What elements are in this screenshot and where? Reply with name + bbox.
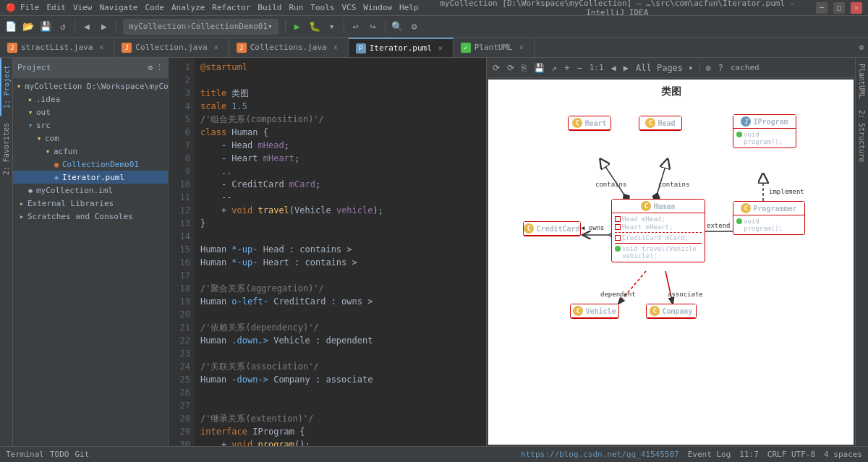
tab-collection-close[interactable]: × (211, 43, 221, 53)
tree-item-com[interactable]: ▾ com (13, 132, 168, 145)
run-config-button[interactable]: ▾ (324, 19, 340, 35)
tree-item-mycollection[interactable]: ▾ myCollection D:\Workspace\myColle (13, 80, 168, 93)
right-gutter: PlantUML 2: Structure (855, 58, 868, 446)
iprogram-header: I IProgram (733, 115, 796, 129)
menu-bar[interactable]: File Edit View Navigate Code Analyze Ref… (20, 3, 419, 12)
tree-item-acfun[interactable]: ▾ acfun (13, 145, 168, 158)
plantuml-sidebar-label[interactable]: PlantUML (856, 58, 867, 104)
settings-button[interactable]: ⚙ (407, 19, 422, 35)
tree-item-src[interactable]: ▾ src (13, 119, 168, 132)
event-log-button[interactable]: Event Log (688, 450, 731, 459)
terminal-button[interactable]: Terminal (6, 450, 44, 459)
close-button[interactable]: ✕ (851, 2, 862, 14)
build-button[interactable]: ▶ (289, 19, 305, 35)
diagram-help-button[interactable]: ? (715, 60, 726, 76)
tab-plantuml-close[interactable]: × (516, 43, 527, 53)
tab-collection[interactable]: J Collection.java × (114, 38, 229, 57)
tab-collections[interactable]: J Collections.java × (229, 38, 349, 57)
maximize-button[interactable]: □ (833, 2, 845, 14)
c-badge-vehicle: C (573, 306, 583, 316)
structure-sidebar-label[interactable]: 2: Structure (856, 104, 867, 168)
sync-button[interactable]: ↺ (55, 19, 71, 35)
code-editor[interactable]: @startuml title 类图 scale 1.5 /'组合关系(comp… (195, 58, 486, 446)
tab-stractlist-close[interactable]: × (96, 43, 106, 53)
project-tree: ▾ myCollection D:\Workspace\myColle ▸ .i… (13, 78, 168, 446)
tree-item-idea[interactable]: ▸ .idea (13, 93, 168, 106)
zoom-out-button[interactable]: − (574, 60, 584, 76)
puml-icon: P (356, 43, 366, 54)
minimize-button[interactable]: ─ (816, 2, 827, 14)
editor[interactable]: 12345 678910 1112131415 1617181920 21222… (169, 58, 486, 446)
todo-button[interactable]: TODO (50, 450, 69, 459)
extend-label: extend (707, 222, 731, 229)
new-file-button[interactable]: 📄 (3, 19, 19, 35)
editor-area: 12345 678910 1112131415 1617181920 21222… (169, 58, 486, 446)
red-sq-icon-3 (615, 235, 621, 241)
menu-navigate[interactable]: Navigate (100, 3, 138, 12)
tab-plantuml-label: PlantUML (475, 43, 513, 52)
all-pages-button[interactable]: All Pages ▾ (633, 60, 696, 76)
save-diagram-button[interactable]: 💾 (531, 60, 548, 76)
copy-button[interactable]: ⎘ (519, 60, 529, 76)
contains-label-left: contains (595, 181, 626, 188)
tree-item-external-libs[interactable]: ▸ External Libraries (13, 197, 168, 210)
project-gear-icon[interactable]: ⋮ (156, 63, 163, 72)
refresh-button[interactable]: ⟳ (490, 60, 503, 76)
save-all-button[interactable]: 💾 (38, 19, 54, 35)
project-settings-icon[interactable]: ⚙ (148, 63, 153, 72)
back-button[interactable]: ◀ (79, 19, 95, 35)
menu-help[interactable]: Help (399, 3, 419, 12)
prev-page-button[interactable]: ◀ (608, 60, 619, 76)
tab-iterator-puml[interactable]: P Iterator.puml × (349, 38, 454, 57)
tree-item-scratches[interactable]: ▸ Scratches and Consoles (13, 210, 168, 223)
forward-button[interactable]: ▶ (96, 19, 112, 35)
c-badge-creditcard: C (524, 223, 534, 234)
tab-plantuml[interactable]: ✓ PlantUML × (454, 38, 535, 57)
open-button[interactable]: 📂 (20, 19, 36, 35)
tree-item-iml[interactable]: ◆ myCollection.iml (13, 184, 168, 197)
tab-stractlist[interactable]: J stractList.java × (0, 38, 114, 57)
menu-file[interactable]: File (20, 3, 40, 12)
green-dot-icon-travel (615, 246, 621, 252)
menu-refactor[interactable]: Refactor (212, 3, 250, 12)
menu-code[interactable]: Code (145, 3, 164, 12)
head-class-box: C Head (639, 116, 682, 131)
undo-button[interactable]: ↩ (348, 19, 364, 35)
menu-view[interactable]: View (73, 3, 93, 12)
window-controls[interactable]: ─ □ ✕ (816, 2, 862, 14)
indent-indicator[interactable]: 4 spaces (824, 450, 862, 459)
line-col-indicator[interactable]: 11:7 (739, 450, 759, 459)
menu-tools[interactable]: Tools (310, 3, 334, 12)
tree-item-collectiondemo[interactable]: ◉ CollectionDemo01 (13, 158, 168, 171)
tab-collections-close[interactable]: × (331, 43, 341, 53)
menu-window[interactable]: Window (363, 3, 392, 12)
c-badge-head: C (645, 118, 655, 128)
diagram-settings-button[interactable]: ⚙ (703, 60, 714, 76)
encoding-indicator[interactable]: CRLF UTF-8 (767, 450, 815, 459)
menu-vcs[interactable]: VCS (341, 3, 356, 12)
tree-item-iterator-puml[interactable]: ◆ Iterator.puml (13, 171, 168, 184)
project-breadcrumb[interactable]: myCollection › CollectionDemo01 ▾ (123, 19, 278, 35)
zoom-level: 1:1 (587, 60, 607, 76)
tab-iterator-close[interactable]: × (435, 43, 446, 54)
refresh2-button[interactable]: ⟳ (504, 60, 517, 76)
search-everywhere-button[interactable]: 🔍 (389, 19, 405, 35)
diagram-toolbar-sep (699, 62, 700, 74)
green-icon: ✓ (461, 43, 471, 53)
menu-analyze[interactable]: Analyze (171, 3, 205, 12)
programmer-header: C Programmer (733, 202, 804, 215)
vehicle-class-box: C Vehicle (570, 304, 619, 319)
git-status[interactable]: Git (75, 450, 89, 459)
redo-button[interactable]: ↪ (365, 19, 381, 35)
sidebar-favorites[interactable]: 2: Favorites (1, 116, 12, 182)
menu-build[interactable]: Build (258, 3, 281, 12)
zoom-in-button[interactable]: + (561, 60, 572, 76)
menu-run[interactable]: Run (289, 3, 303, 12)
next-page-button[interactable]: ▶ (621, 60, 631, 76)
sidebar-project[interactable]: 1: Project (0, 58, 12, 116)
debug-button[interactable]: 🐛 (307, 19, 323, 35)
tab-settings-icon[interactable]: ⚙ (859, 43, 864, 52)
menu-edit[interactable]: Edit (47, 3, 67, 12)
tree-item-out[interactable]: ▾ out (13, 106, 168, 119)
export-button[interactable]: ↗ (549, 60, 560, 76)
